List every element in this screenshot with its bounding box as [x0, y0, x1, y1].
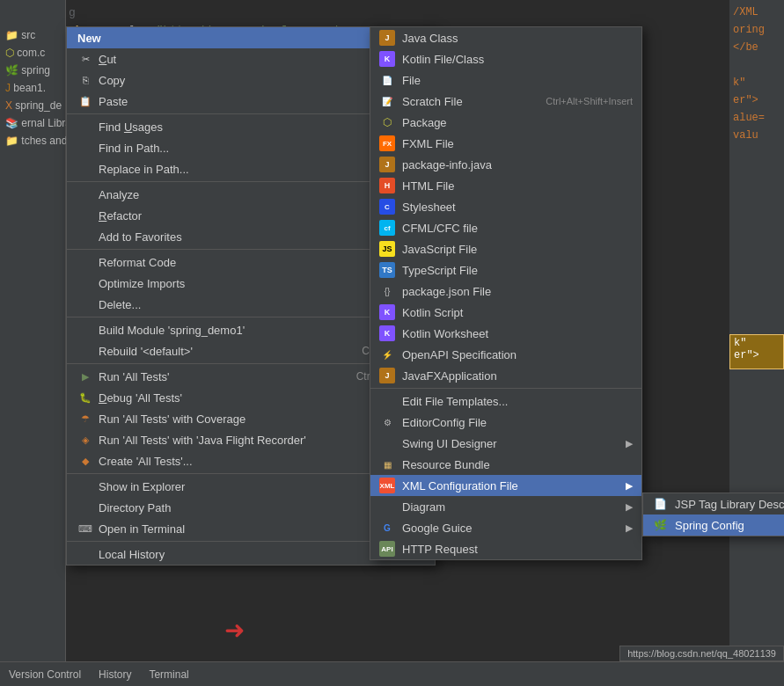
- diagram-arrow: ▶: [626, 501, 633, 513]
- favorites-icon: [77, 229, 93, 244]
- xml-config-icon: XML: [379, 478, 395, 493]
- javafx-icon: J: [379, 368, 395, 383]
- submenu-edit-templates[interactable]: Edit File Templates...: [370, 390, 641, 412]
- sidebar-item-libs[interactable]: 📚 ernal Libra: [0, 114, 65, 132]
- submenu-sep-1: [370, 388, 641, 389]
- subsubmenu-jsp[interactable]: 📄 JSP Tag Library Descriptor: [643, 493, 784, 514]
- submenu-openapi[interactable]: ⚡ OpenAPI Specification: [370, 344, 641, 365]
- rebuild-icon: [77, 343, 93, 359]
- json-icon: {}: [379, 283, 395, 299]
- reformat-icon: [77, 254, 93, 270]
- submenu-ts[interactable]: TS TypeScript File: [370, 259, 641, 281]
- submenu-editorconfig[interactable]: ⚙ EditorConfig File: [370, 412, 641, 433]
- xml-config-arrow: ▶: [626, 480, 633, 492]
- delete-icon: [77, 296, 93, 312]
- bottom-history[interactable]: History: [99, 668, 131, 681]
- bundle-icon: ▦: [379, 456, 395, 472]
- submenu-swing[interactable]: Swing UI Designer ▶: [370, 433, 641, 454]
- submenu-xml-config[interactable]: XML XML Configuration File ▶: [370, 475, 641, 496]
- folder-icon: 📁: [5, 29, 18, 41]
- run-icon: ▶: [77, 369, 93, 384]
- spring-config-icon: 🌿: [652, 517, 668, 533]
- bottom-version-control[interactable]: Version Control: [9, 668, 81, 681]
- sidebar-panel: 📁 src ⬡ com.c 🌿 spring J bean1. X spring…: [0, 0, 66, 686]
- kotlin-script-icon: K: [379, 304, 395, 320]
- xml-icon: X: [5, 99, 12, 112]
- submenu-kotlin-worksheet[interactable]: K Kotlin Worksheet: [370, 323, 641, 344]
- folder-icon2: 📁: [5, 135, 18, 147]
- subsubmenu-spring-config[interactable]: 🌿 Spring Config: [643, 514, 784, 536]
- kotlin-worksheet-icon: K: [379, 325, 395, 341]
- replace-icon: [77, 161, 93, 177]
- kotlin-icon: K: [379, 51, 395, 67]
- sidebar-item-spring[interactable]: 🌿 spring: [0, 62, 65, 79]
- new-submenu: J Java Class K Kotlin File/Class 📄 File …: [370, 26, 642, 560]
- google-icon: G: [379, 520, 395, 536]
- editor-line-1: g: [7, 4, 777, 21]
- java-icon: J: [379, 30, 395, 46]
- sidebar-item-comc[interactable]: ⬡ com.c: [0, 44, 65, 62]
- find-path-icon: [77, 140, 93, 156]
- sidebar-item-scratches[interactable]: 📁 tches and c: [0, 132, 65, 150]
- sidebar-item-bean[interactable]: J bean1.: [0, 79, 65, 97]
- api-icon: API: [379, 541, 395, 557]
- submenu-pkginfo[interactable]: J package-info.java: [370, 154, 641, 175]
- diagram-icon: [379, 499, 395, 514]
- optimize-icon: [77, 275, 93, 291]
- openapi-icon: ⚡: [379, 347, 395, 362]
- file-icon2: 📄: [379, 72, 395, 88]
- css-icon: C: [379, 199, 395, 215]
- coverage-icon: ☂: [77, 411, 93, 427]
- analyze-icon: [77, 186, 93, 202]
- google-arrow: ▶: [626, 522, 633, 534]
- submenu-file[interactable]: 📄 File: [370, 69, 641, 91]
- create-icon: ◆: [77, 453, 93, 469]
- submenu-resource-bundle[interactable]: ▦ Resource Bundle: [370, 454, 641, 475]
- cfml-icon: cf: [379, 220, 395, 236]
- history-icon: [77, 546, 93, 562]
- scissors-icon: ✂: [77, 51, 93, 67]
- submenu-js[interactable]: JS JavaScript File: [370, 238, 641, 259]
- bottom-bar: Version Control History Terminal: [0, 661, 784, 686]
- sidebar-item-src[interactable]: 📁 src: [0, 26, 65, 44]
- submenu-scratch-file[interactable]: 📝 Scratch File Ctrl+Alt+Shift+Insert: [370, 91, 641, 112]
- submenu-css[interactable]: C Stylesheet: [370, 196, 641, 217]
- jsp-icon: 📄: [652, 496, 668, 512]
- submenu-google-guice[interactable]: G Google Guice ▶: [370, 517, 641, 538]
- package-icon2: ⬡: [379, 114, 395, 130]
- submenu-fxml[interactable]: FX FXML File: [370, 133, 641, 154]
- submenu-java-class[interactable]: J Java Class: [370, 27, 641, 48]
- submenu-package[interactable]: ⬡ Package: [370, 112, 641, 133]
- editorconfig-icon: ⚙: [379, 414, 395, 430]
- fxml-icon: FX: [379, 135, 395, 151]
- copy-icon: ⎘: [77, 72, 93, 88]
- submenu-json[interactable]: {} package.json File: [370, 281, 641, 302]
- explorer-icon: [77, 478, 93, 494]
- library-icon: 📚: [5, 117, 18, 129]
- submenu-diagram[interactable]: Diagram ▶: [370, 496, 641, 517]
- js-icon: JS: [379, 241, 395, 257]
- red-arrow-indicator: ➜: [224, 616, 245, 645]
- terminal-icon: ⌨: [77, 521, 93, 536]
- sidebar-item-springdemo[interactable]: X spring_de: [0, 97, 65, 114]
- right-highlight-box: k"er">: [729, 334, 784, 369]
- refactor-icon: [77, 208, 93, 223]
- find-icon: [77, 119, 93, 135]
- submenu-javafx[interactable]: J JavaFXApplication: [370, 365, 641, 386]
- paste-icon: 📋: [77, 93, 93, 109]
- bottom-terminal[interactable]: Terminal: [149, 668, 188, 681]
- xml-config-submenu: 📄 JSP Tag Library Descriptor 🌿 Spring Co…: [642, 493, 784, 536]
- package-icon: ⬡: [5, 47, 14, 59]
- swing-icon: [379, 435, 395, 451]
- edit-templates-icon: [379, 393, 395, 409]
- html-icon: H: [379, 178, 395, 193]
- pkginfo-icon: J: [379, 157, 395, 172]
- submenu-http[interactable]: API HTTP Request: [370, 538, 641, 559]
- submenu-cfml[interactable]: cf CFML/CFC file: [370, 217, 641, 238]
- submenu-html[interactable]: H HTML File: [370, 175, 641, 196]
- flight-icon: ◈: [77, 432, 93, 448]
- submenu-kotlin-script[interactable]: K Kotlin Script: [370, 302, 641, 323]
- submenu-kotlin-class[interactable]: K Kotlin File/Class: [370, 48, 641, 69]
- ts-icon: TS: [379, 262, 395, 278]
- menu-header-label: New: [77, 32, 101, 45]
